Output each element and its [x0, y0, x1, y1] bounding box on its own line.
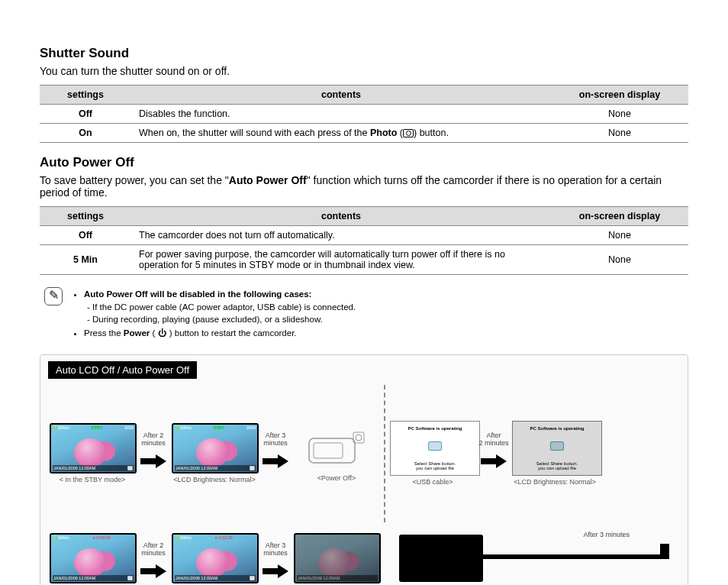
- th-contents: contents: [131, 207, 551, 226]
- power-icon: ⏻: [158, 328, 167, 338]
- arrow-back: After 3 minutes: [454, 541, 675, 572]
- note-block: ✎ Auto Power Off will be disabled in the…: [44, 287, 688, 341]
- cell-content: The camcorder does not turn off automati…: [131, 226, 551, 245]
- share-icon: [550, 441, 564, 451]
- cell-setting: Off: [40, 226, 131, 245]
- thumb-dark: JAN/01/2009 12:00AM <LCD screen is darke…: [294, 533, 379, 585]
- thumb-power-off: <Power Off>: [294, 425, 379, 482]
- share-icon: [428, 441, 442, 451]
- note-line: If the DC power cable (AC power adaptor,…: [92, 302, 356, 312]
- arrow-right-icon: [263, 448, 288, 474]
- table-row: Off The camcorder does not turn off auto…: [40, 226, 688, 245]
- arrow-label: After 2 minutes: [477, 432, 511, 448]
- thumb-stby: 🔋90MinSTBY3058JAN/01/2009 12:00AM⬜ < In …: [50, 423, 135, 483]
- thumb-recording: 🔋90Min● 0:00:00JAN/01/2009 12:00AM⬜ <Dur…: [50, 533, 135, 585]
- desc-auto-power-off: To save battery power, you can set the "…: [40, 174, 688, 199]
- cell-display: None: [551, 105, 688, 124]
- heading-auto-power-off: Auto Power Off: [40, 155, 688, 170]
- camera-icon: [403, 129, 414, 137]
- table-auto-power-off: settings contents on-screen display Off …: [40, 206, 688, 275]
- arrow-label: After 2 minutes: [137, 432, 170, 448]
- table-row: On When on, the shutter will sound with …: [40, 124, 688, 143]
- arrow-label: After 3 minutes: [583, 531, 630, 538]
- diagram-title: Auto LCD Off / Auto Power Off: [48, 361, 197, 379]
- arrow-right-icon: [140, 448, 166, 474]
- arrow-left-icon: [454, 541, 675, 572]
- th-display: on-screen display: [551, 207, 688, 226]
- cell-content: When on, the shutter will sound with eac…: [131, 124, 551, 143]
- cell-setting: 5 Min: [40, 245, 131, 275]
- table-row: 5 Min For power saving purpose, the camc…: [40, 245, 688, 275]
- cell-content: For power saving purpose, the camcorder …: [131, 245, 551, 275]
- thumb-rec-normal: 🔋90Min● 0:32:30JAN/01/2009 12:00AM⬜ <LCD…: [172, 533, 257, 585]
- cell-content: Disables the function.: [131, 105, 551, 124]
- cell-display: None: [551, 124, 688, 143]
- arrow-right-icon: [140, 558, 166, 584]
- th-settings: settings: [40, 86, 131, 105]
- table-row: Off Disables the function. None: [40, 105, 688, 124]
- arrow-label: After 3 minutes: [259, 542, 292, 558]
- svg-rect-0: [309, 438, 355, 463]
- diagram-auto-lcd-off: Auto LCD Off / Auto Power Off 🔋90MinSTBY…: [40, 354, 688, 585]
- arrow-label: After 2 minutes: [137, 542, 170, 558]
- svg-point-2: [356, 435, 362, 441]
- note-bold: Auto Power Off will be disabled in the f…: [84, 289, 311, 299]
- cell-display: None: [551, 226, 688, 245]
- thumb-usb: PC Software is operatingSelect Share but…: [390, 421, 475, 486]
- cell-setting: Off: [40, 105, 131, 124]
- arrow-right-icon: [481, 448, 507, 474]
- svg-rect-3: [314, 443, 343, 458]
- table-shutter-sound: settings contents on-screen display Off …: [40, 85, 688, 143]
- arrow-label: After 3 minutes: [259, 432, 292, 448]
- th-display: on-screen display: [551, 86, 688, 105]
- desc-shutter-sound: You can turn the shutter sound on or off…: [40, 65, 688, 77]
- camcorder-icon: [294, 425, 378, 472]
- divider: [384, 385, 385, 522]
- th-contents: contents: [131, 86, 551, 105]
- thumb-usb-normal: PC Software is operatingSelect Share but…: [512, 421, 598, 486]
- heading-shutter-sound: Shutter Sound: [40, 46, 688, 61]
- diagram-row: 🔋90MinSTBY3058JAN/01/2009 12:00AM⬜ < In …: [50, 385, 678, 522]
- note-line: During recording, playing (pause exclude…: [92, 315, 323, 324]
- note-icon: ✎: [44, 287, 63, 305]
- cell-setting: On: [40, 124, 131, 143]
- cell-display: None: [551, 245, 688, 275]
- arrow-right-icon: [263, 558, 288, 584]
- thumb-normal: 🔋90MinSTBY3058JAN/01/2009 12:00AM⬜ <LCD …: [172, 423, 257, 483]
- th-settings: settings: [40, 207, 131, 226]
